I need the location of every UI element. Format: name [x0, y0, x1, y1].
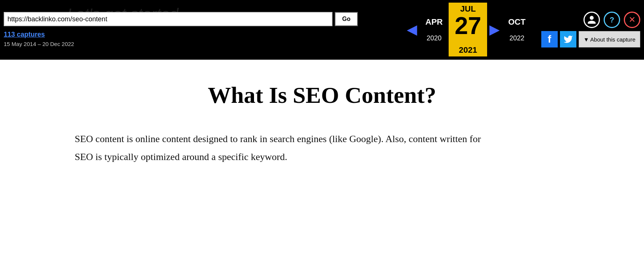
month-apr-year: 2020 [427, 34, 442, 42]
prev-capture-arrow[interactable]: ◀ [405, 22, 419, 37]
toolbar-icons-top: ? ✕ [583, 12, 640, 28]
month-jul-day: 27 [455, 14, 481, 38]
toolbar-left: Go 113 captures 15 May 2014 – 20 Dec 202… [4, 12, 401, 47]
article-title: What Is SEO Content? [75, 82, 569, 108]
facebook-icon: f [548, 33, 551, 45]
main-content: What Is SEO Content? SEO content is onli… [0, 60, 644, 181]
toolbar-icons: ? ✕ f ▼ About this capture [541, 12, 640, 47]
help-icon-label: ? [610, 16, 614, 24]
month-jul-year: 2021 [459, 45, 477, 55]
close-icon[interactable]: ✕ [624, 12, 640, 28]
month-apr-name: APR [425, 17, 443, 27]
calendar-navigation: ◀ APR 2020 JUL 27 2021 ▶ OCT 2022 [405, 3, 532, 56]
article-body: SEO content is online content designed t… [75, 130, 486, 166]
captures-link[interactable]: 113 captures [4, 31, 45, 38]
facebook-share-button[interactable]: f [541, 31, 558, 47]
user-icon[interactable] [583, 12, 600, 28]
captures-date-range: 15 May 2014 – 20 Dec 2022 [4, 41, 401, 47]
url-row: Go [4, 12, 401, 26]
about-capture-button[interactable]: ▼ About this capture [579, 31, 640, 47]
month-oct-year: 2022 [510, 34, 524, 42]
about-capture-label: ▼ About this capture [583, 36, 635, 43]
help-icon[interactable]: ? [604, 12, 620, 28]
close-icon-label: ✕ [629, 15, 635, 25]
go-button[interactable]: Go [335, 12, 358, 26]
month-oct-name: OCT [508, 17, 525, 27]
url-input[interactable] [4, 12, 332, 26]
wayback-toolbar: Let's get started. Go 113 captures 15 Ma… [0, 0, 644, 60]
month-jul-active[interactable]: JUL 27 2021 [449, 3, 487, 56]
month-apr[interactable]: APR 2020 [419, 16, 449, 44]
twitter-share-button[interactable] [560, 31, 576, 47]
social-buttons: f ▼ About this capture [541, 31, 640, 47]
month-oct[interactable]: OCT 2022 [502, 16, 531, 44]
next-capture-arrow[interactable]: ▶ [487, 22, 502, 37]
twitter-icon [563, 34, 573, 44]
